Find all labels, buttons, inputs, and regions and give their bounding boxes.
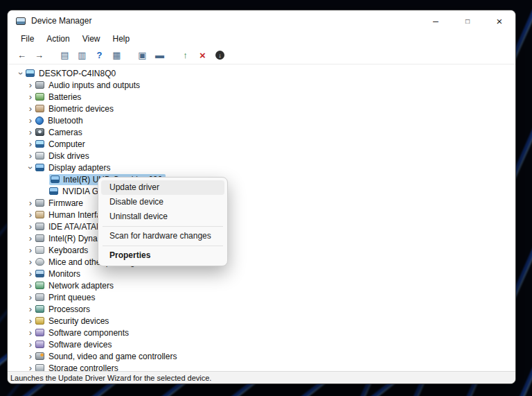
context-menu-uninstall-device[interactable]: Uninstall device (101, 209, 224, 224)
chevron-right-icon[interactable]: › (26, 304, 35, 314)
chevron-right-icon[interactable]: › (26, 269, 35, 279)
context-menu-disable-device[interactable]: Disable device (101, 195, 224, 209)
chevron-right-icon[interactable]: › (26, 281, 35, 291)
tree-item-sound-controllers[interactable]: ›Sound, video and game controllers (8, 350, 515, 362)
show-console-tree-button[interactable]: ▤ (56, 48, 73, 63)
chevron-down-icon[interactable]: › (26, 163, 35, 173)
help-button[interactable]: ? (91, 48, 108, 63)
tree-item-monitors[interactable]: ›Monitors (8, 268, 515, 279)
export-list-button[interactable]: ▥ (73, 48, 91, 63)
menu-separator (103, 246, 223, 246)
tree-item-keyboards[interactable]: ›Keyboards (8, 244, 515, 256)
tree-item-label: Software components (48, 328, 129, 338)
context-menu-scan-hardware-changes[interactable]: Scan for hardware changes (101, 229, 224, 243)
chevron-right-icon[interactable]: › (26, 340, 35, 350)
tree-item-label: DESKTOP-C4IN8Q0 (39, 69, 116, 78)
chevron-right-icon[interactable]: › (26, 80, 35, 90)
tree-item-label: Batteries (48, 92, 81, 102)
tree-item-storage-controllers[interactable]: ›Storage controllers (8, 362, 515, 371)
tree-item-batteries[interactable]: ›Batteries (8, 91, 515, 103)
device-manager-icon (16, 17, 26, 25)
menu-action[interactable]: Action (40, 33, 76, 45)
tree-item-computer[interactable]: ›Computer (8, 138, 515, 150)
tree-item-disk-drives[interactable]: ›Disk drives (8, 150, 515, 162)
display-adapter-icon (35, 164, 44, 171)
menu-file[interactable]: File (15, 33, 40, 45)
update-driver-button[interactable]: ↑ (177, 48, 194, 63)
tree-item-software-components[interactable]: ›Software components (8, 327, 515, 338)
chevron-right-icon[interactable]: › (26, 198, 35, 208)
sound-icon (35, 352, 44, 360)
tree-item-print-queues[interactable]: ›Print queues (8, 291, 515, 303)
tree-item-label: Software devices (48, 340, 112, 350)
tree-item-label: Network adapters (48, 281, 114, 291)
disable-icon: ↓ (215, 51, 224, 60)
context-menu-update-driver[interactable]: Update driver (101, 180, 224, 195)
tree-item-intel-dynamic[interactable]: ›Intel(R) Dynamic Tuning Technology (8, 232, 515, 244)
close-button[interactable]: × (484, 10, 515, 31)
software-component-icon (35, 329, 44, 336)
monitor-icon (35, 270, 44, 277)
processor-icon (35, 305, 44, 313)
tree-item-label: Security devices (48, 316, 109, 326)
tree-item-bluetooth[interactable]: ›Bluetooth (8, 114, 515, 126)
tree-item-nvidia-gpu[interactable]: NVIDIA GeForce (8, 185, 515, 197)
chevron-right-icon[interactable]: › (26, 293, 35, 302)
tree-item-mice[interactable]: ›Mice and other pointing devices (8, 256, 515, 268)
storage-icon (35, 364, 44, 371)
chevron-right-icon[interactable]: › (26, 352, 35, 361)
toolbar: ← → ▤ ▥ ? ▦ ▣ ▬ ↑ × ↓ (8, 46, 515, 64)
titlebar[interactable]: Device Manager – □ × (8, 10, 515, 31)
chevron-down-icon[interactable]: › (16, 69, 26, 78)
help-icon: ? (97, 51, 103, 60)
printer-icon (35, 293, 44, 301)
chevron-right-icon[interactable]: › (26, 139, 35, 149)
battery-icon (35, 93, 44, 101)
chevron-right-icon[interactable]: › (26, 363, 35, 372)
tree-item-label: Print queues (48, 293, 95, 302)
chevron-right-icon[interactable]: › (26, 234, 35, 243)
chevron-right-icon[interactable]: › (26, 151, 35, 161)
menu-help[interactable]: Help (107, 33, 136, 45)
properties-button[interactable]: ▬ (151, 48, 168, 63)
chevron-right-icon[interactable]: › (26, 128, 35, 137)
disable-device-button[interactable]: ↓ (211, 48, 229, 63)
tree-item-label: Audio inputs and outputs (48, 80, 140, 90)
scan-hardware-changes-button[interactable]: ▣ (134, 48, 151, 63)
tree-item-network-adapters[interactable]: ›Network adapters (8, 279, 515, 291)
uninstall-device-button[interactable]: × (194, 48, 211, 63)
chipset-icon (35, 234, 44, 242)
tree-item-audio[interactable]: ›Audio inputs and outputs (8, 79, 515, 91)
chevron-right-icon[interactable]: › (26, 328, 35, 338)
tree-item-display-adapters[interactable]: ›Display adapters (8, 162, 515, 173)
menu-view[interactable]: View (76, 33, 107, 45)
tree-item-intel-gpu[interactable]: Intel(R) UHD Graphics 630 (8, 173, 515, 185)
back-button[interactable]: ← (13, 48, 30, 63)
chevron-right-icon[interactable]: › (26, 316, 35, 326)
tree-item-processors[interactable]: ›Processors (8, 303, 515, 315)
tree-item-cameras[interactable]: ›Cameras (8, 126, 515, 138)
chevron-right-icon[interactable]: › (26, 246, 35, 255)
tree-item-ide[interactable]: ›IDE ATA/ATAPI controllers (8, 221, 515, 232)
forward-button[interactable]: → (30, 48, 48, 63)
window-title: Device Manager (31, 16, 91, 26)
maximize-button[interactable]: □ (452, 10, 484, 31)
views-button[interactable]: ▦ (108, 48, 125, 63)
chevron-right-icon[interactable]: › (26, 116, 35, 126)
tree-item-security-devices[interactable]: ›Security devices (8, 315, 515, 327)
tree-item-hid[interactable]: ›Human Interface Devices (8, 209, 515, 221)
tree-item-software-devices[interactable]: ›Software devices (8, 338, 515, 350)
tree-item-biometric[interactable]: ›Biometric devices (8, 103, 515, 114)
tree-item-desktop-root[interactable]: ›DESKTOP-C4IN8Q0 (8, 67, 515, 79)
chevron-right-icon[interactable]: › (26, 92, 35, 102)
chevron-right-icon[interactable]: › (26, 210, 35, 220)
caption-controls: – □ × (420, 10, 515, 31)
chevron-right-icon[interactable]: › (26, 257, 35, 267)
minimize-button[interactable]: – (420, 10, 452, 31)
scan-icon: ▣ (138, 51, 146, 60)
tree-item-firmware[interactable]: ›Firmware (8, 197, 515, 209)
chevron-right-icon[interactable]: › (26, 222, 35, 232)
context-menu-properties[interactable]: Properties (101, 248, 224, 263)
tree-item-label: Computer (48, 139, 85, 149)
chevron-right-icon[interactable]: › (26, 104, 35, 114)
